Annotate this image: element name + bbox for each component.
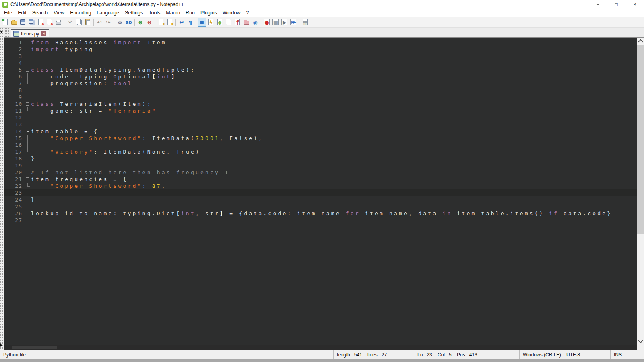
macro-run-multiple-icon[interactable]: ▶▶ [289, 18, 298, 27]
status-typing-mode[interactable]: INS [610, 350, 644, 359]
sync-horizontal-scroll-icon[interactable]: ▪ [165, 18, 174, 27]
find-icon[interactable]: ∞ [116, 18, 124, 27]
code-line-10[interactable]: 10class TerrariaItem(Item): [4, 101, 637, 107]
minimize-button[interactable]: − [588, 0, 607, 9]
horizontal-scrollbar-thumb[interactable] [12, 346, 57, 349]
code-line-4[interactable]: 4 [4, 60, 637, 66]
menu-file[interactable]: File [1, 9, 15, 16]
horizontal-scrollbar[interactable] [4, 345, 637, 350]
user-defined-language-icon[interactable]: ϟ [206, 18, 215, 27]
code-line-3[interactable]: 3 [4, 53, 637, 60]
code-line-25[interactable]: 25 [4, 203, 637, 210]
code-line-9[interactable]: 9 [4, 94, 637, 101]
word-wrap-icon[interactable]: ↩ [177, 18, 186, 27]
status-eol-format[interactable]: Windows (CR LF) [519, 350, 563, 359]
paste-icon[interactable] [83, 18, 92, 27]
code-line-8[interactable]: 8 [4, 87, 637, 94]
tab-close-icon[interactable]: ✖ [41, 31, 46, 36]
new-file-icon[interactable]: ✱ [1, 18, 10, 27]
vertical-scrollbar-track[interactable] [637, 45, 644, 338]
fold-margin [25, 183, 31, 189]
main-area: Items.py ✖ 1from BaseClasses import Item… [0, 28, 644, 350]
code-line-13[interactable]: 13 [4, 121, 637, 128]
zoom-in-icon[interactable]: ⊕ [136, 18, 145, 27]
save-file-icon[interactable] [19, 18, 27, 27]
macro-record-icon[interactable]: ● [262, 18, 271, 27]
document-map-icon[interactable]: ◆ [215, 18, 224, 27]
maximize-button[interactable]: □ [607, 0, 625, 9]
menu-view[interactable]: View [51, 9, 67, 16]
code-line-11[interactable]: 11 game: str = "Terraria" [4, 107, 637, 114]
code-line-17[interactable]: 17 "Victory": ItemData(None, True) [4, 148, 637, 155]
print-icon[interactable] [54, 18, 63, 27]
code-line-6[interactable]: 6 code: typing.Optional[int] [4, 73, 637, 80]
close-button[interactable]: × [625, 0, 644, 9]
replace-icon[interactable]: ab [124, 18, 133, 27]
fold-margin [25, 80, 31, 87]
menu-tools[interactable]: Tools [146, 9, 163, 16]
menu-language[interactable]: Language [94, 9, 122, 16]
menu-macro[interactable]: Macro [163, 9, 183, 16]
code-line-21[interactable]: 21item_frequencies = { [4, 176, 637, 183]
macro-save-icon[interactable]: ▦ [301, 18, 310, 27]
code-line-19[interactable]: 19 [4, 162, 637, 169]
fold-collapse-icon[interactable] [25, 66, 31, 73]
document-list-icon[interactable] [224, 18, 233, 27]
menu-settings[interactable]: Settings [122, 9, 146, 16]
splitter-collapse-right-icon[interactable] [0, 343, 2, 347]
fold-collapse-icon[interactable] [25, 128, 31, 135]
code-line-12[interactable]: 12 [4, 114, 637, 121]
code-line-24[interactable]: 24} [4, 196, 637, 203]
zoom-out-icon[interactable]: ⊖ [145, 18, 154, 27]
dock-splitter[interactable] [0, 28, 4, 350]
scroll-up-icon[interactable] [637, 38, 644, 45]
code-line-1[interactable]: 1from BaseClasses import Item [4, 39, 637, 46]
menu-edit[interactable]: Edit [15, 9, 29, 16]
notepadpp-app-icon[interactable] [2, 2, 8, 8]
status-encoding[interactable]: UTF-8 [563, 350, 610, 359]
vertical-scrollbar-thumb[interactable] [637, 45, 644, 234]
menu-[interactable]: ? [244, 9, 252, 16]
menu-run[interactable]: Run [183, 9, 198, 16]
indent-guide-icon[interactable]: ≡ [198, 18, 206, 27]
code-line-7[interactable]: 7 progression: bool [4, 80, 637, 87]
code-line-16[interactable]: 16 [4, 142, 637, 148]
close-file-icon[interactable]: ✖ [36, 18, 45, 27]
scroll-down-icon[interactable] [637, 338, 644, 345]
fold-collapse-icon[interactable] [25, 101, 31, 107]
code-editor[interactable]: 1from BaseClasses import Item2import typ… [4, 38, 637, 345]
vertical-scrollbar[interactable] [637, 38, 644, 345]
menu-encoding[interactable]: Encoding [67, 9, 94, 16]
code-line-14[interactable]: 14item_table = { [4, 128, 637, 135]
fold-margin [25, 53, 31, 60]
open-file-icon[interactable] [10, 18, 19, 27]
show-all-characters-icon[interactable]: ¶ [186, 18, 195, 27]
splitter-collapse-left-icon[interactable] [0, 30, 2, 33]
function-list-icon[interactable]: ƒ [233, 18, 242, 27]
code-line-27[interactable]: 27 [4, 217, 637, 224]
code-line-5[interactable]: 5class ItemData(typing.NamedTuple): [4, 66, 637, 73]
menu-search[interactable]: Search [29, 9, 51, 16]
redo-icon[interactable]: ↷ [104, 18, 113, 27]
close-all-icon[interactable]: ✖ [45, 18, 54, 27]
code-line-22[interactable]: 22 "Copper Shortsword": 87, [4, 183, 637, 189]
menu-window[interactable]: Window [220, 9, 243, 16]
save-all-icon[interactable] [27, 18, 36, 27]
menu-plugins[interactable]: Plugins [198, 9, 220, 16]
tab-items-py[interactable]: Items.py ✖ [11, 29, 49, 37]
fold-collapse-icon[interactable] [25, 176, 31, 183]
folder-as-workspace-icon[interactable] [242, 18, 251, 27]
code-line-20[interactable]: 20# If not listed here then has frequenc… [4, 169, 637, 176]
cut-icon[interactable]: ✂ [66, 18, 74, 27]
code-line-2[interactable]: 2import typing [4, 46, 637, 53]
code-line-18[interactable]: 18} [4, 155, 637, 162]
code-line-15[interactable]: 15 "Copper Shortsword": ItemData(73001, … [4, 135, 637, 142]
code-line-26[interactable]: 26lookup_id_to_name: typing.Dict[int, st… [4, 210, 637, 217]
macro-play-icon[interactable]: ▶ [280, 18, 289, 27]
code-line-23[interactable]: 23 [4, 189, 637, 196]
undo-icon[interactable]: ↶ [95, 18, 104, 27]
macro-stop-icon[interactable]: ■ [271, 18, 280, 27]
monitoring-eye-icon[interactable]: ◉ [251, 18, 260, 27]
sync-vertical-scroll-icon[interactable]: ▪ [157, 18, 165, 27]
copy-icon[interactable] [74, 18, 83, 27]
